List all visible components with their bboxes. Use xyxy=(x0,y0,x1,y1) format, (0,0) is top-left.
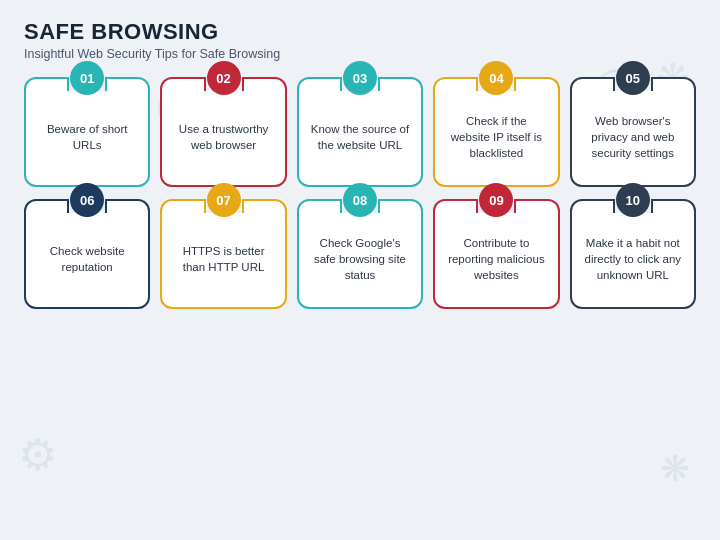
card-text-01: Beware of short URLs xyxy=(36,121,138,153)
badge-06: 06 xyxy=(70,183,104,217)
badge-09: 09 xyxy=(479,183,513,217)
card-text-09: Contribute to reporting malicious websit… xyxy=(445,235,547,283)
badge-04: 04 xyxy=(479,61,513,95)
page-subtitle: Insightful Web Security Tips for Safe Br… xyxy=(24,47,696,61)
card-03: 03Know the source of the website URL xyxy=(297,77,423,187)
card-10: 10Make it a habit not directly to click … xyxy=(570,199,696,309)
card-text-04: Check if the website IP itself is blackl… xyxy=(445,113,547,161)
card-04: 04Check if the website IP itself is blac… xyxy=(433,77,559,187)
card-text-05: Web browser's privacy and web security s… xyxy=(582,113,684,161)
card-07: 07HTTPS is better than HTTP URL xyxy=(160,199,286,309)
cards-grid: 01Beware of short URLs02Use a trustworth… xyxy=(24,77,696,309)
gear-icon: ⚙ xyxy=(18,429,57,480)
badge-10: 10 xyxy=(616,183,650,217)
card-text-10: Make it a habit not directly to click an… xyxy=(582,235,684,283)
card-text-02: Use a trustworthy web browser xyxy=(172,121,274,153)
card-text-07: HTTPS is better than HTTP URL xyxy=(172,243,274,275)
page: ❋ @ @ ⚙ ❋ SAFE BROWSING Insightful Web S… xyxy=(0,0,720,540)
card-09: 09Contribute to reporting malicious webs… xyxy=(433,199,559,309)
page-title: SAFE BROWSING xyxy=(24,20,696,44)
badge-08: 08 xyxy=(343,183,377,217)
card-text-08: Check Google's safe browsing site status xyxy=(309,235,411,283)
badge-03: 03 xyxy=(343,61,377,95)
card-01: 01Beware of short URLs xyxy=(24,77,150,187)
card-06: 06Check website reputation xyxy=(24,199,150,309)
badge-02: 02 xyxy=(207,61,241,95)
badge-07: 07 xyxy=(207,183,241,217)
card-text-03: Know the source of the website URL xyxy=(309,121,411,153)
badge-01: 01 xyxy=(70,61,104,95)
card-05: 05Web browser's privacy and web security… xyxy=(570,77,696,187)
badge-05: 05 xyxy=(616,61,650,95)
card-text-06: Check website reputation xyxy=(36,243,138,275)
wifi-icon: ❋ xyxy=(660,448,690,490)
card-08: 08Check Google's safe browsing site stat… xyxy=(297,199,423,309)
card-02: 02Use a trustworthy web browser xyxy=(160,77,286,187)
